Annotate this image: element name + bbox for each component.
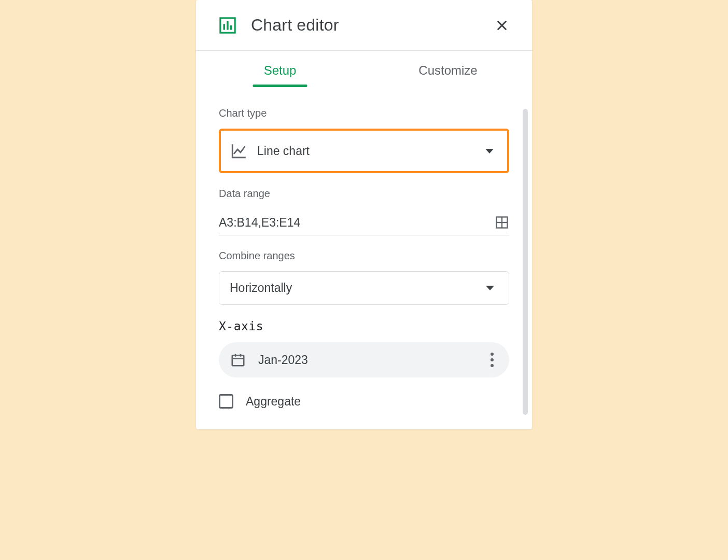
svg-rect-1 xyxy=(223,24,226,30)
chevron-down-icon xyxy=(486,286,494,290)
tab-setup[interactable]: Setup xyxy=(196,51,364,87)
aggregate-checkbox[interactable] xyxy=(219,394,233,409)
combine-ranges-dropdown[interactable]: Horizontally xyxy=(219,271,509,305)
setup-content: Chart type Line chart Data range Combine… xyxy=(196,88,532,429)
scrollbar[interactable] xyxy=(523,109,528,415)
chart-editor-panel: Chart editor Setup Customize Chart type … xyxy=(196,0,532,429)
combine-ranges-label: Combine ranges xyxy=(219,250,509,262)
tab-customize[interactable]: Customize xyxy=(364,51,532,87)
more-icon[interactable] xyxy=(486,351,498,369)
aggregate-row: Aggregate xyxy=(219,394,509,419)
chart-type-dropdown[interactable]: Line chart xyxy=(219,129,509,173)
data-range-field xyxy=(219,209,509,235)
svg-rect-2 xyxy=(227,21,229,30)
data-range-label: Data range xyxy=(219,188,509,200)
chevron-down-icon xyxy=(485,149,494,153)
chart-type-label: Chart type xyxy=(219,107,509,119)
close-icon[interactable] xyxy=(495,18,509,33)
chart-editor-icon xyxy=(219,17,236,34)
x-axis-value: Jan-2023 xyxy=(258,353,474,367)
panel-title: Chart editor xyxy=(251,16,495,35)
data-range-input[interactable] xyxy=(219,216,488,230)
panel-header: Chart editor xyxy=(196,0,532,51)
aggregate-label: Aggregate xyxy=(246,395,301,409)
svg-rect-3 xyxy=(230,25,232,30)
x-axis-chip[interactable]: Jan-2023 xyxy=(219,342,509,377)
svg-rect-7 xyxy=(232,355,244,366)
calendar-icon xyxy=(230,352,246,368)
tabs: Setup Customize xyxy=(196,51,532,88)
grid-select-icon[interactable] xyxy=(495,215,509,230)
x-axis-label: X-axis xyxy=(219,319,509,333)
combine-ranges-value: Horizontally xyxy=(230,281,477,295)
chart-type-value: Line chart xyxy=(257,144,476,158)
line-chart-icon xyxy=(230,142,248,160)
